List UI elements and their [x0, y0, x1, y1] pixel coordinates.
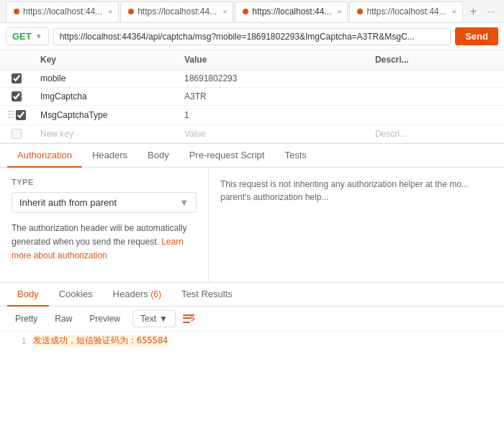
type-select-dropdown[interactable]: Inherit auth from parent ▼	[12, 192, 197, 213]
wrap-icon[interactable]	[181, 312, 196, 326]
auth-desc-text: The authorization header will be automat…	[12, 223, 186, 247]
col-checkbox	[0, 50, 33, 70]
format-chevron-icon: ▼	[159, 314, 168, 324]
url-bar: GET ▼ Send	[0, 23, 504, 50]
method-dropdown[interactable]: GET ▼	[6, 27, 49, 45]
param-row-3: ⠿ MsgCaptchaType 1	[0, 106, 504, 125]
tab-bar: https://localhost:44... × https://localh…	[0, 0, 504, 23]
tab-body[interactable]: Body	[138, 144, 179, 168]
auth-left-panel: TYPE Inherit auth from parent ▼ The auth…	[0, 168, 209, 282]
response-tab-headers[interactable]: Headers (6)	[103, 283, 171, 307]
col-desc: Descri...	[368, 50, 504, 70]
tab-4-close[interactable]: ×	[452, 7, 456, 16]
tab-4[interactable]: https://localhost:44... ×	[349, 1, 462, 22]
param-3-checkbox[interactable]	[16, 110, 26, 120]
svg-rect-0	[183, 314, 194, 316]
bottom-response-tabs: Body Cookies Headers (6) Test Results	[0, 283, 504, 307]
param-2-key[interactable]: ImgCaptcha	[33, 88, 177, 106]
tab-1-dot	[14, 9, 19, 14]
new-desc-placeholder: Descri...	[375, 129, 407, 139]
param-1-value[interactable]: 18691802293	[177, 70, 368, 88]
tab-4-dot	[357, 9, 363, 14]
response-tab-test-results[interactable]: Test Results	[171, 283, 243, 307]
param-1-checkbox[interactable]	[12, 73, 22, 83]
pretty-button[interactable]: Pretty	[7, 310, 45, 327]
format-dropdown[interactable]: Text ▼	[132, 310, 176, 327]
tab-2-label: https://localhost:44...	[138, 6, 217, 17]
tab-3-dot	[243, 9, 248, 14]
new-param-row: New key Value Descri...	[0, 125, 504, 143]
method-chevron-icon: ▼	[35, 32, 42, 40]
response-toolbar: Pretty Raw Preview Text ▼	[0, 307, 504, 332]
auth-right-panel: This request is not inheriting any autho…	[209, 168, 504, 282]
param-3-value[interactable]: 1	[177, 106, 368, 125]
param-1-desc	[368, 70, 504, 88]
response-tab-body[interactable]: Body	[7, 283, 49, 307]
response-content-1: 发送成功，短信验证码为：655584	[33, 335, 168, 347]
drag-handle-icon[interactable]: ⠿	[7, 109, 14, 121]
param-row-2: ImgCaptcha A3TR	[0, 88, 504, 106]
send-button[interactable]: Send	[455, 27, 498, 45]
new-param-checkbox[interactable]	[12, 129, 22, 139]
auth-description: The authorization header will be automat…	[12, 222, 197, 263]
tab-tests[interactable]: Tests	[274, 144, 316, 168]
tab-2-close[interactable]: ×	[222, 7, 227, 16]
col-key: Key	[33, 50, 177, 70]
tab-4-label: https://localhost:44...	[366, 6, 446, 17]
new-value-placeholder[interactable]: Value	[184, 129, 206, 139]
param-2-value[interactable]: A3TR	[177, 88, 368, 106]
tab-2[interactable]: https://localhost:44... ×	[120, 1, 233, 22]
type-chevron-icon: ▼	[179, 197, 189, 208]
auth-right-text: This request is not inheriting any autho…	[220, 179, 469, 202]
tab-pre-request[interactable]: Pre-request Script	[179, 144, 275, 168]
auth-tabs: Authorization Headers Body Pre-request S…	[0, 144, 504, 168]
type-select-value: Inherit auth from parent	[19, 197, 117, 208]
col-value: Value	[177, 50, 368, 70]
preview-button[interactable]: Preview	[81, 310, 128, 327]
response-line-1: 1 发送成功，短信验证码为：655584	[0, 332, 504, 350]
param-3-key[interactable]: MsgCaptchaType	[33, 106, 177, 125]
new-key-placeholder[interactable]: New key	[40, 129, 73, 139]
new-tab-button[interactable]: +	[464, 5, 482, 18]
params-table: Key Value Descri... mobile 18691802293 I…	[0, 50, 504, 143]
tab-headers[interactable]: Headers	[82, 144, 138, 168]
response-tab-cookies[interactable]: Cookies	[49, 283, 103, 307]
param-1-key[interactable]: mobile	[33, 70, 177, 88]
tab-authorization[interactable]: Authorization	[7, 144, 82, 168]
tab-1[interactable]: https://localhost:44... ×	[6, 1, 119, 22]
tab-2-dot	[128, 9, 134, 14]
tab-3-close[interactable]: ×	[337, 7, 341, 16]
method-label: GET	[12, 31, 32, 42]
tab-1-close[interactable]: ×	[108, 7, 112, 16]
type-label: TYPE	[12, 178, 197, 186]
format-label: Text	[140, 314, 156, 324]
param-2-checkbox[interactable]	[12, 91, 22, 101]
headers-label: Headers	[113, 289, 151, 299]
more-tabs-button[interactable]: ···	[484, 6, 498, 17]
params-section: Key Value Descri... mobile 18691802293 I…	[0, 50, 504, 144]
svg-rect-1	[183, 317, 192, 319]
tab-1-label: https://localhost:44...	[23, 6, 102, 17]
response-body: 1 发送成功，短信验证码为：655584	[0, 332, 504, 350]
raw-button[interactable]: Raw	[47, 310, 80, 327]
param-row-1: mobile 18691802293	[0, 70, 504, 88]
svg-rect-2	[183, 322, 190, 323]
headers-badge: (6)	[150, 289, 161, 299]
tab-3-label: https://localhost:44...	[252, 6, 331, 17]
param-3-desc	[368, 106, 504, 125]
param-2-desc	[368, 88, 504, 106]
tab-3[interactable]: https://localhost:44... ×	[235, 1, 348, 22]
line-number-1: 1	[6, 337, 26, 345]
auth-content: TYPE Inherit auth from parent ▼ The auth…	[0, 168, 504, 283]
url-input[interactable]	[53, 28, 451, 45]
